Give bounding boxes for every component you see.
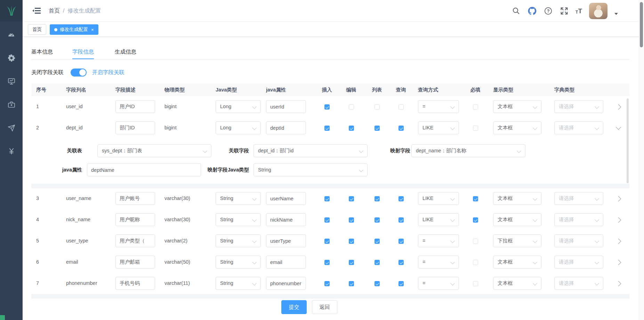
breadcrumb-home[interactable]: 首页 — [49, 7, 60, 15]
back-button[interactable]: 返回 — [312, 300, 337, 314]
help-icon[interactable]: ? — [544, 6, 553, 15]
edit-checkbox[interactable] — [349, 104, 354, 110]
page-scrollbar[interactable] — [639, 0, 644, 320]
expand-row-icon[interactable] — [616, 239, 621, 244]
assoc_field-select[interactable]: dept_id：部门id — [253, 144, 368, 157]
java-type-select[interactable]: String — [216, 213, 261, 226]
sidebar-item-yuan[interactable] — [0, 139, 23, 163]
required-checkbox[interactable] — [473, 260, 478, 265]
java-type-select[interactable]: Long — [216, 121, 261, 134]
edit-checkbox[interactable] — [349, 239, 354, 244]
user-avatar[interactable] — [589, 3, 607, 19]
java-field-input[interactable] — [266, 213, 306, 226]
query-type-select[interactable]: LIKE — [418, 192, 459, 205]
html-type-select[interactable]: 文本框 — [493, 121, 541, 134]
java_attr-input[interactable] — [87, 163, 201, 176]
collapse-row-icon[interactable] — [616, 125, 621, 130]
column-comment-input[interactable] — [115, 213, 155, 226]
query-type-select[interactable]: = — [418, 100, 459, 113]
expand-row-icon[interactable] — [616, 104, 621, 110]
app-logo[interactable] — [0, 0, 23, 22]
fullscreen-icon[interactable] — [560, 6, 569, 15]
query-checkbox[interactable] — [399, 239, 404, 244]
required-checkbox[interactable] — [473, 196, 478, 201]
html-type-select[interactable]: 文本框 — [493, 277, 541, 290]
assoc_table-select[interactable]: sys_dept：部门表 — [97, 144, 211, 157]
map_java_type-select[interactable]: String — [253, 163, 368, 176]
query-type-select[interactable]: = — [418, 277, 459, 290]
insert-checkbox[interactable] — [324, 260, 330, 265]
column-comment-input[interactable] — [115, 100, 155, 113]
java-type-select[interactable]: String — [216, 256, 261, 269]
list-checkbox[interactable] — [375, 126, 380, 131]
list-checkbox[interactable] — [375, 260, 380, 265]
query-checkbox[interactable] — [399, 196, 404, 201]
query-type-select[interactable]: = — [418, 256, 459, 269]
required-checkbox[interactable] — [473, 239, 478, 244]
query-checkbox[interactable] — [399, 281, 404, 286]
edit-checkbox[interactable] — [349, 126, 354, 131]
expand-row-icon[interactable] — [616, 281, 621, 287]
java-type-select[interactable]: Long — [216, 100, 261, 113]
column-comment-input[interactable] — [115, 192, 155, 205]
edit-checkbox[interactable] — [349, 260, 354, 265]
insert-checkbox[interactable] — [324, 126, 330, 131]
java-field-input[interactable] — [266, 256, 306, 269]
list-checkbox[interactable] — [375, 281, 380, 286]
column-comment-input[interactable] — [115, 277, 155, 290]
dict-type-select[interactable]: 请选择 — [554, 121, 603, 134]
list-checkbox[interactable] — [375, 239, 380, 244]
html-type-select[interactable]: 文本框 — [493, 213, 541, 226]
sidebar-item-monitor-chart[interactable] — [0, 70, 23, 93]
open-field-association-link[interactable]: 开启字段关联 — [92, 69, 124, 76]
column-comment-input[interactable] — [115, 121, 155, 134]
query-checkbox[interactable] — [399, 104, 404, 110]
list-checkbox[interactable] — [375, 196, 380, 201]
expand-row-icon[interactable] — [616, 260, 621, 265]
dict-type-select[interactable]: 请选择 — [554, 192, 603, 205]
java-type-select[interactable]: String — [216, 192, 261, 205]
query-type-select[interactable]: = — [418, 234, 459, 247]
sidebar-item-briefcase[interactable] — [0, 93, 23, 116]
required-checkbox[interactable] — [473, 217, 478, 223]
java-field-input[interactable] — [266, 192, 306, 205]
list-checkbox[interactable] — [375, 217, 380, 223]
edit-checkbox[interactable] — [349, 217, 354, 223]
search-icon[interactable] — [512, 6, 521, 15]
java-field-input[interactable] — [266, 121, 306, 134]
avatar-caret-down-icon[interactable] — [614, 13, 618, 15]
field-association-switch[interactable] — [71, 69, 87, 77]
dict-type-select[interactable]: 请选择 — [554, 100, 603, 113]
java-field-input[interactable] — [266, 234, 306, 247]
column-comment-input[interactable] — [115, 256, 155, 269]
required-checkbox[interactable] — [473, 281, 478, 286]
edit-checkbox[interactable] — [349, 281, 354, 286]
dict-type-select[interactable]: 请选择 — [554, 277, 603, 290]
menu-fold-icon[interactable] — [32, 7, 41, 15]
expand-row-icon[interactable] — [616, 217, 621, 223]
query-checkbox[interactable] — [399, 260, 404, 265]
column-comment-input[interactable] — [115, 234, 155, 247]
list-checkbox[interactable] — [375, 104, 380, 110]
dict-type-select[interactable]: 请选择 — [554, 256, 603, 269]
query-type-select[interactable]: LIKE — [418, 121, 459, 134]
sidebar-item-settings-gear[interactable] — [0, 46, 23, 70]
submit-button[interactable]: 提交 — [281, 300, 307, 314]
font-size-icon[interactable]: TT — [575, 8, 582, 14]
tab-field-info[interactable]: 字段信息 — [72, 45, 94, 59]
map_field-select[interactable]: dept_name：部门名称 — [411, 144, 525, 157]
query-checkbox[interactable] — [399, 126, 404, 131]
page-scrollbar-thumb[interactable] — [640, 2, 643, 47]
required-checkbox[interactable] — [473, 126, 478, 131]
github-icon[interactable] — [528, 6, 537, 15]
insert-checkbox[interactable] — [324, 239, 330, 244]
java-type-select[interactable]: String — [216, 277, 261, 290]
table-scrollbar-thumb[interactable] — [627, 98, 629, 183]
tag-close-icon[interactable]: × — [91, 27, 94, 32]
required-checkbox[interactable] — [473, 104, 478, 110]
html-type-select[interactable]: 文本框 — [493, 100, 541, 113]
insert-checkbox[interactable] — [324, 104, 330, 110]
dict-type-select[interactable]: 请选择 — [554, 234, 603, 247]
insert-checkbox[interactable] — [324, 196, 330, 201]
html-type-select[interactable]: 文本框 — [493, 192, 541, 205]
